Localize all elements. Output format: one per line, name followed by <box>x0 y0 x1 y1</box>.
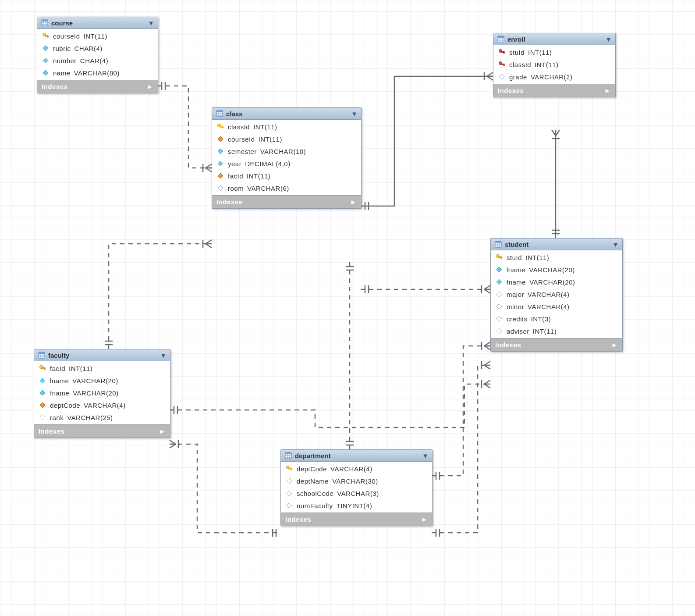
column-row[interactable]: deptName VARCHAR(30) <box>281 475 432 487</box>
column-row[interactable]: deptCode VARCHAR(4) <box>281 463 432 475</box>
collapse-toggle-icon[interactable]: ▼ <box>351 110 358 118</box>
collapse-toggle-icon[interactable]: ▼ <box>605 36 612 43</box>
column-row[interactable]: minor VARCHAR(4) <box>491 300 622 313</box>
expand-indexes-icon[interactable]: ► <box>147 83 153 90</box>
column-icon <box>216 147 224 155</box>
column-row[interactable]: classId INT(11) <box>493 58 615 71</box>
column-type: VARCHAR(4) <box>528 291 570 298</box>
column-row[interactable]: facId INT(11) <box>212 170 361 182</box>
column-row[interactable]: lname VARCHAR(20) <box>34 374 170 387</box>
indexes-section[interactable]: Indexes► <box>212 195 361 208</box>
svg-line-33 <box>484 384 490 388</box>
collapse-toggle-icon[interactable]: ▼ <box>160 352 167 359</box>
nullable-column-icon <box>495 303 503 310</box>
table-icon <box>494 240 502 248</box>
column-row[interactable]: number CHAR(4) <box>37 54 158 67</box>
entity-faculty[interactable]: faculty▼facId INT(11)lname VARCHAR(20)fn… <box>34 349 170 438</box>
column-type: INT(11) <box>253 123 277 131</box>
nullable-column-icon <box>495 315 503 323</box>
column-row[interactable]: credits INT(3) <box>491 313 622 325</box>
svg-line-48 <box>484 342 490 346</box>
primary-key-icon <box>216 123 224 131</box>
entity-header[interactable]: faculty▼ <box>34 349 170 361</box>
column-name: courseId <box>228 135 255 143</box>
svg-line-36 <box>170 444 176 448</box>
entity-student[interactable]: student▼stuId INT(11)lname VARCHAR(20)fn… <box>490 238 623 352</box>
column-icon <box>216 160 224 167</box>
entity-department[interactable]: department▼deptCode VARCHAR(4)deptName V… <box>280 449 433 526</box>
entity-header[interactable]: enroll▼ <box>493 33 615 45</box>
indexes-label: Indexes <box>216 198 242 206</box>
column-row[interactable]: semester VARCHAR(10) <box>212 145 361 157</box>
column-type: VARCHAR(20) <box>529 278 575 286</box>
column-row[interactable]: name VARCHAR(80) <box>37 67 158 79</box>
expand-indexes-icon[interactable]: ► <box>611 341 618 349</box>
expand-indexes-icon[interactable]: ► <box>421 516 428 523</box>
column-row[interactable]: courseId INT(11) <box>212 133 361 145</box>
column-row[interactable]: fname VARCHAR(20) <box>491 276 622 288</box>
indexes-section[interactable]: Indexes► <box>34 424 170 438</box>
svg-line-3 <box>206 168 212 172</box>
column-name: courseId <box>53 32 80 40</box>
column-icon <box>495 266 503 274</box>
svg-line-37 <box>170 440 176 444</box>
column-row[interactable]: lname VARCHAR(20) <box>491 263 622 276</box>
indexes-label: Indexes <box>285 516 311 523</box>
column-row[interactable]: schoolCode VARCHAR(3) <box>281 487 432 499</box>
indexes-section[interactable]: Indexes► <box>491 338 622 351</box>
column-row[interactable]: advisor INT(11) <box>491 325 622 337</box>
column-row[interactable]: stuId INT(11) <box>493 46 615 58</box>
svg-line-55 <box>484 365 490 369</box>
column-type: VARCHAR(20) <box>73 389 118 397</box>
relationship-line <box>432 365 490 533</box>
entity-header[interactable]: student▼ <box>491 239 622 250</box>
entity-header[interactable]: department▼ <box>281 450 432 462</box>
nullable-column-icon <box>495 327 503 335</box>
column-name: number <box>53 57 77 64</box>
column-row[interactable]: fname VARCHAR(20) <box>34 387 170 399</box>
collapse-toggle-icon[interactable]: ▼ <box>148 19 154 27</box>
entity-header[interactable]: class▼ <box>212 108 361 120</box>
column-name: deptCode <box>297 465 327 473</box>
column-row[interactable]: rubric CHAR(4) <box>37 42 158 54</box>
column-type: INT(11) <box>247 172 270 180</box>
column-row[interactable]: rank VARCHAR(25) <box>34 411 170 424</box>
column-row[interactable]: room VARCHAR(6) <box>212 182 361 194</box>
column-row[interactable]: courseId INT(11) <box>37 30 158 42</box>
column-name: stuId <box>507 254 522 261</box>
column-name: deptCode <box>50 402 80 409</box>
column-row[interactable]: stuId INT(11) <box>491 251 622 263</box>
entity-title: student <box>505 241 528 248</box>
indexes-section[interactable]: Indexes► <box>493 84 615 97</box>
expand-indexes-icon[interactable]: ► <box>604 87 611 94</box>
column-type: VARCHAR(4) <box>330 465 372 473</box>
entity-class[interactable]: class▼classId INT(11)courseId INT(11)sem… <box>212 107 362 209</box>
table-icon <box>38 351 46 359</box>
collapse-toggle-icon[interactable]: ▼ <box>612 241 619 248</box>
nullable-column-icon <box>495 290 503 298</box>
column-row[interactable]: facId INT(11) <box>34 362 170 374</box>
entity-enroll[interactable]: enroll▼stuId INT(11)classId INT(11)grade… <box>493 33 616 97</box>
entity-columns: classId INT(11)courseId INT(11)semester … <box>212 120 361 195</box>
column-name: fname <box>50 389 69 397</box>
svg-line-2 <box>206 164 212 168</box>
primary-key-icon <box>42 32 50 40</box>
expand-indexes-icon[interactable]: ► <box>350 198 357 206</box>
column-type: TINYINT(4) <box>337 502 372 509</box>
collapse-toggle-icon[interactable]: ▼ <box>422 452 429 459</box>
column-row[interactable]: deptCode VARCHAR(4) <box>34 399 170 411</box>
entity-course[interactable]: course▼courseId INT(11)rubric CHAR(4)num… <box>37 17 158 93</box>
column-icon <box>39 377 46 385</box>
column-row[interactable]: year DECIMAL(4,0) <box>212 157 361 170</box>
column-row[interactable]: classId INT(11) <box>212 121 361 133</box>
expand-indexes-icon[interactable]: ► <box>159 427 166 435</box>
indexes-section[interactable]: Indexes► <box>37 80 158 93</box>
indexes-label: Indexes <box>495 341 521 349</box>
foreign-key-pk-icon <box>498 61 506 68</box>
column-row[interactable]: major VARCHAR(4) <box>491 288 622 300</box>
column-row[interactable]: grade VARCHAR(2) <box>493 71 615 83</box>
column-row[interactable]: numFaculty TINYINT(4) <box>281 499 432 512</box>
indexes-section[interactable]: Indexes► <box>281 513 432 526</box>
entity-header[interactable]: course▼ <box>37 17 158 29</box>
primary-key-icon <box>285 465 293 473</box>
